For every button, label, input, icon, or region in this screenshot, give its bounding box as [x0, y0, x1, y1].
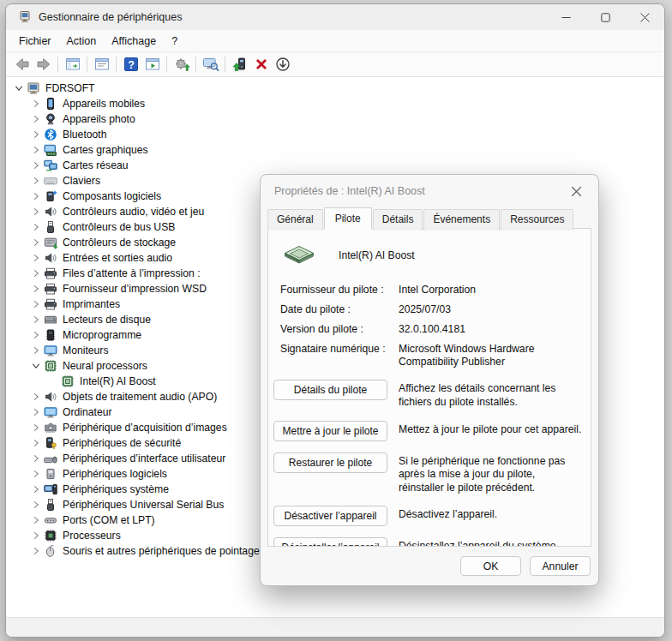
toolbar-separator	[116, 57, 117, 72]
tree-item-label: Périphériques logiciels	[63, 468, 167, 480]
chevron-right-icon[interactable]	[28, 328, 44, 342]
console-tree-button[interactable]	[62, 54, 83, 75]
disable-device-button[interactable]	[272, 54, 293, 75]
tab-general[interactable]: Général	[267, 209, 323, 231]
chevron-right-icon[interactable]	[28, 390, 44, 404]
forward-button[interactable]	[33, 54, 54, 75]
chevron-right-icon[interactable]	[28, 220, 44, 234]
chevron-right-icon[interactable]	[28, 452, 44, 465]
device-name: Intel(R) AI Boost	[339, 249, 415, 261]
tree-item-label: Files d’attente à l’impression :	[63, 267, 201, 279]
chevron-right-icon[interactable]	[28, 143, 44, 157]
action-description: Si le périphérique ne fonctionne pas apr…	[399, 452, 582, 495]
chevron-right-icon[interactable]	[28, 128, 44, 141]
chevron-right-icon[interactable]	[28, 112, 44, 126]
chevron-right-icon[interactable]	[28, 344, 44, 357]
maximize-button[interactable]	[585, 4, 625, 30]
details-du-pilote-button[interactable]: Détails du pilote	[273, 380, 387, 400]
cancel-button[interactable]: Annuler	[530, 556, 591, 576]
field-value: Microsoft Windows Hardware Compatibility…	[399, 343, 582, 368]
tree-item-label: Périphériques système	[63, 483, 169, 495]
dialog-footer: OK Annuler	[261, 547, 598, 585]
properties-button[interactable]	[91, 54, 112, 75]
chevron-right-icon[interactable]	[28, 529, 44, 542]
tree-item-appareils-photo[interactable]: Appareils photo	[6, 111, 664, 127]
tree-item-label: Objets de traitement audio (APO)	[63, 391, 217, 403]
tab-details[interactable]: Détails	[373, 209, 423, 231]
software-component-icon	[44, 189, 57, 203]
action-pane-button[interactable]	[141, 54, 163, 75]
cpu-icon	[44, 529, 57, 542]
chevron-right-icon[interactable]	[28, 467, 44, 481]
properties-dialog: Propriétés de : Intel(R) AI Boost Généra…	[260, 174, 599, 586]
tree-item-label: Périphériques d’interface utilisateur	[63, 452, 225, 464]
chevron-right-icon[interactable]	[28, 282, 44, 296]
menu-fichier[interactable]: Fichier	[11, 33, 59, 50]
update-driver-button[interactable]	[229, 54, 250, 75]
chevron-right-icon[interactable]	[28, 436, 44, 450]
tree-item-cartes-graphiques[interactable]: Cartes graphiques	[6, 142, 664, 158]
field-signataire-numerique: Signataire numérique :Microsoft Windows …	[280, 343, 582, 368]
help-button[interactable]: ?	[120, 54, 141, 75]
chevron-right-icon[interactable]	[28, 297, 44, 311]
remote-support-button[interactable]	[200, 54, 221, 75]
minimize-button[interactable]	[546, 4, 585, 30]
uninstall-device-button[interactable]	[250, 54, 272, 75]
menu-action[interactable]: Action	[59, 33, 105, 50]
tree-item-bluetooth[interactable]: Bluetooth	[6, 127, 664, 142]
menu-affichage[interactable]: Affichage	[104, 33, 164, 50]
ok-button[interactable]: OK	[460, 556, 521, 576]
scan-hardware-button[interactable]	[171, 54, 192, 75]
chevron-right-icon[interactable]	[28, 405, 44, 419]
tree-item-label: Microprogramme	[63, 329, 141, 341]
restaurer-le-pilote-button[interactable]: Restaurer le pilote	[273, 452, 387, 473]
back-button[interactable]	[11, 54, 33, 75]
tree-item-appareils-mobiles[interactable]: Appareils mobiles	[6, 96, 664, 111]
chevron-down-icon[interactable]	[28, 359, 44, 373]
tree-item-fdrsoft[interactable]: FDRSOFT	[6, 81, 664, 96]
dialog-close-icon[interactable]	[567, 183, 585, 200]
window-title: Gestionnaire de périphériques	[39, 11, 182, 23]
chevron-down-icon[interactable]	[11, 81, 27, 95]
desactiver-l-appareil-button[interactable]: Désactiver l’appareil	[273, 506, 387, 526]
chevron-right-icon[interactable]	[28, 421, 44, 434]
chevron-right-icon[interactable]	[28, 205, 44, 219]
chevron-right-icon[interactable]	[28, 513, 44, 527]
chevron-right-icon[interactable]	[28, 97, 44, 111]
system-device-icon	[44, 482, 57, 496]
tree-item-label: Périphérique d’acquisition d’images	[63, 422, 227, 434]
tree-item-label: Processeurs	[63, 530, 121, 542]
window-controls	[546, 4, 664, 30]
toolbar: ?	[6, 52, 664, 77]
close-button[interactable]	[625, 4, 664, 30]
menu-help[interactable]: ?	[164, 33, 185, 50]
desinstaller-l-appareil-button[interactable]: Désinstaller l’appareil	[273, 537, 387, 547]
network-adapter-icon	[44, 159, 57, 172]
dialog-title: Propriétés de : Intel(R) AI Boost	[274, 185, 425, 197]
chevron-right-icon[interactable]	[28, 236, 44, 249]
action-desinstaller-l-appareil: Désinstaller l’appareilDésinstallez l’ap…	[273, 537, 582, 547]
monitor-icon	[44, 344, 57, 357]
chevron-right-icon[interactable]	[28, 267, 44, 280]
chevron-right-icon[interactable]	[28, 482, 44, 496]
chevron-right-icon[interactable]	[28, 544, 44, 558]
tab-evenements[interactable]: Événements	[423, 209, 500, 231]
tab-ressources[interactable]: Ressources	[501, 209, 573, 231]
mettre-a-jour-le-pilote-button[interactable]: Mettre à jour le pilote	[273, 421, 387, 441]
chevron-right-icon[interactable]	[28, 159, 44, 172]
chevron-right-icon[interactable]	[28, 313, 44, 326]
tree-item-label: Contrôleurs de bus USB	[63, 221, 175, 233]
chevron-right-icon[interactable]	[28, 251, 44, 265]
tree-item-label: Cartes réseau	[63, 159, 129, 171]
tree-item-label: Cartes graphiques	[63, 144, 148, 156]
tree-item-label: Souris et autres périphériques de pointa…	[63, 545, 260, 557]
action-restaurer-le-pilote: Restaurer le piloteSi le périphérique ne…	[273, 452, 582, 495]
tree-item-label: Périphériques Universal Serial Bus	[63, 499, 224, 511]
action-desactiver-l-appareil: Désactiver l’appareilDésactivez l’appare…	[273, 506, 582, 526]
tree-item-cartes-reseau[interactable]: Cartes réseau	[6, 158, 664, 173]
chevron-right-icon[interactable]	[28, 498, 44, 512]
driver-fields: Fournisseur du pilote :Intel Corporation…	[273, 284, 582, 368]
tab-pilote[interactable]: Pilote	[324, 207, 372, 229]
chevron-right-icon[interactable]	[28, 174, 44, 188]
chevron-right-icon[interactable]	[28, 189, 44, 203]
